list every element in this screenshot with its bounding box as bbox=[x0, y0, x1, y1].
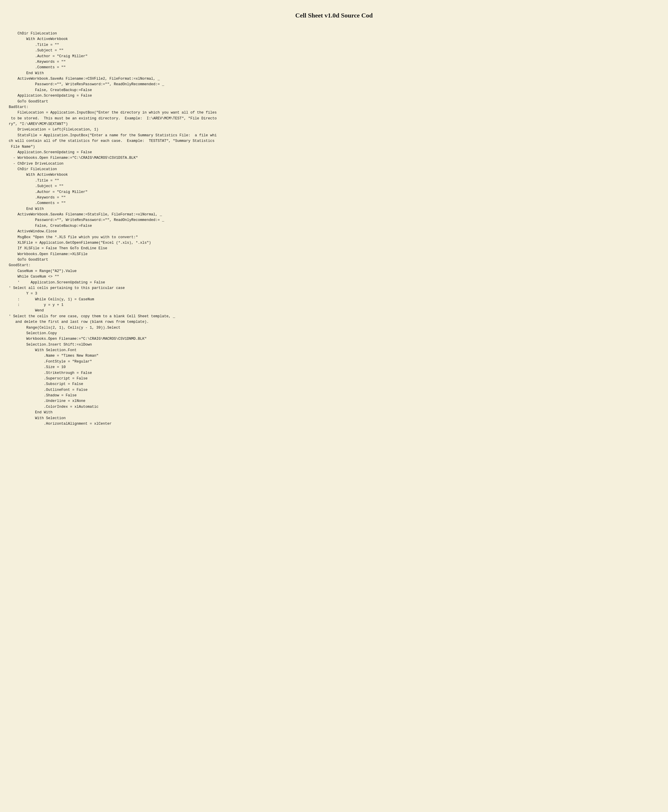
source-code: ChDir FileLocation With ActiveWorkbook .… bbox=[9, 31, 659, 427]
page-title: Cell Sheet v1.0d Source Cod bbox=[9, 12, 659, 19]
